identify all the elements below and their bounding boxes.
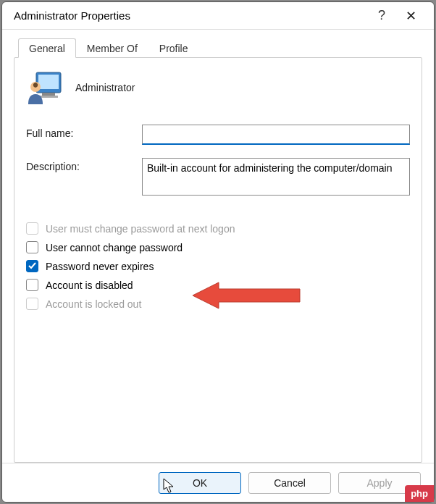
checkbox-icon[interactable]: [26, 279, 38, 291]
dialog-button-bar: OK Cancel Apply: [2, 463, 434, 502]
general-panel: Administrator Full name: Description: Bu…: [14, 57, 422, 463]
watermark-badge: php: [405, 485, 434, 502]
full-name-input[interactable]: [142, 125, 410, 145]
checkbox-label: User must change password at next logon: [46, 223, 235, 235]
checkbox-icon[interactable]: [26, 260, 38, 272]
dialog-content: General Member Of Profile Admi: [2, 30, 434, 463]
description-label: Description:: [26, 158, 142, 172]
tab-profile[interactable]: Profile: [148, 38, 199, 57]
checkbox-account-is-locked-out: Account is locked out: [26, 298, 410, 310]
user-account-icon: [26, 70, 62, 106]
window-title: Administrator Properties: [14, 9, 367, 22]
checkbox-account-is-disabled[interactable]: Account is disabled: [26, 279, 410, 291]
svg-rect-2: [42, 93, 55, 96]
cancel-button[interactable]: Cancel: [248, 472, 331, 494]
checkbox-label: Account is locked out: [46, 298, 141, 310]
ok-button[interactable]: OK: [159, 472, 241, 494]
checkbox-label: Password never expires: [46, 261, 154, 272]
tab-general[interactable]: General: [18, 38, 76, 58]
close-icon[interactable]: ✕: [396, 8, 425, 24]
account-name-label: Administrator: [75, 82, 135, 93]
help-icon[interactable]: ?: [367, 8, 396, 23]
properties-dialog: Administrator Properties ? ✕ General Mem…: [1, 1, 435, 503]
full-name-label: Full name:: [26, 125, 142, 139]
checkbox-icon: [26, 222, 38, 235]
description-input[interactable]: Built-in account for administering the c…: [142, 158, 410, 196]
checkbox-must-change-password: User must change password at next logon: [26, 222, 410, 235]
description-row: Description: Built-in account for admini…: [26, 158, 410, 196]
checkbox-password-never-expires[interactable]: Password never expires: [26, 260, 410, 272]
tab-member-of[interactable]: Member Of: [76, 38, 148, 57]
svg-rect-3: [39, 96, 58, 98]
checkbox-icon[interactable]: [26, 241, 38, 253]
titlebar: Administrator Properties ? ✕: [2, 2, 434, 30]
svg-rect-1: [38, 75, 59, 89]
checkbox-label: User cannot change password: [46, 242, 183, 253]
account-identity-row: Administrator: [26, 70, 410, 106]
checkbox-icon: [26, 298, 38, 310]
checkbox-cannot-change-password[interactable]: User cannot change password: [26, 241, 410, 253]
checkbox-label: Account is disabled: [46, 280, 133, 291]
full-name-row: Full name:: [26, 125, 410, 145]
tab-strip: General Member Of Profile: [18, 37, 422, 57]
